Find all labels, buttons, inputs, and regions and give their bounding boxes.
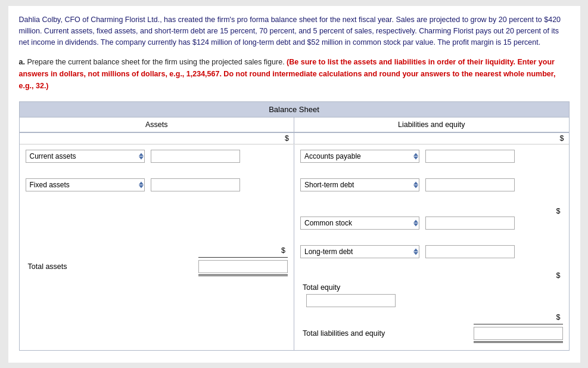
total-equity-input[interactable]	[306, 294, 396, 307]
total-assets-input[interactable]	[198, 260, 288, 273]
total-equity-label: Total equity	[300, 283, 563, 292]
question-label: a.	[19, 58, 25, 66]
liabilities-section: Accounts payable Short-term debt	[294, 145, 569, 350]
total-liabilities-double-line	[474, 341, 563, 343]
long-term-debt-input[interactable]	[425, 245, 515, 258]
long-term-debt-row: Long-term debt	[300, 245, 563, 258]
total-liabilities-label: Total liabilities and equity	[300, 329, 468, 338]
fixed-assets-select[interactable]: Fixed assets	[26, 178, 145, 191]
assets-header: Assets	[20, 117, 295, 132]
short-term-debt-select[interactable]: Short-term debt	[300, 178, 419, 191]
fixed-assets-row: Fixed assets	[26, 178, 288, 191]
fixed-assets-input[interactable]	[151, 178, 240, 191]
long-term-debt-select-wrapper[interactable]: Long-term debt	[300, 245, 419, 258]
current-assets-input[interactable]	[151, 150, 240, 163]
balance-sheet-headers: Assets Liabilities and equity	[20, 117, 569, 133]
intro-paragraph: Dahlia Colby, CFO of Charming Florist Lt…	[19, 14, 570, 48]
common-stock-row: Common stock	[300, 217, 563, 230]
balance-sheet: Balance Sheet Assets Liabilities and equ…	[19, 101, 570, 351]
fixed-assets-select-wrapper[interactable]: Fixed assets	[26, 178, 145, 191]
accounts-payable-select-wrapper[interactable]: Accounts payable	[300, 150, 419, 163]
total-assets-dollar: $	[281, 246, 285, 255]
total-liabilities-row: Total liabilities and equity	[300, 324, 563, 343]
short-term-debt-input[interactable]	[425, 178, 515, 191]
short-term-debt-select-wrapper[interactable]: Short-term debt	[300, 178, 419, 191]
short-term-debt-row: Short-term debt	[300, 178, 563, 191]
common-stock-select-wrapper[interactable]: Common stock	[300, 217, 419, 230]
question-text: a. Prepare the current balance sheet for…	[19, 56, 570, 92]
total-assets-label: Total assets	[26, 262, 193, 271]
assets-section: Current assets Fixed assets	[20, 145, 295, 350]
total-assets-single-line	[198, 257, 288, 258]
total-liabilities-dollar: $	[556, 313, 561, 321]
balance-sheet-title: Balance Sheet	[20, 102, 569, 117]
current-assets-row: Current assets	[26, 150, 288, 163]
current-assets-select-wrapper[interactable]: Current assets	[26, 150, 145, 163]
liabilities-dollar-header: $	[294, 133, 569, 144]
current-assets-select[interactable]: Current assets	[26, 150, 145, 163]
accounts-payable-select[interactable]: Accounts payable	[300, 150, 419, 163]
total-equity-dollar: $	[556, 271, 561, 280]
common-stock-select[interactable]: Common stock	[300, 217, 419, 230]
total-assets-row: Total assets	[26, 257, 288, 276]
accounts-payable-input[interactable]	[425, 150, 515, 163]
total-liabilities-single-line	[474, 324, 563, 324]
balance-sheet-body: Current assets Fixed assets	[20, 145, 569, 350]
common-stock-input[interactable]	[425, 217, 515, 230]
total-assets-double-line	[198, 274, 288, 276]
total-equity-section: Total equity	[300, 283, 563, 307]
total-liabilities-input[interactable]	[474, 327, 563, 340]
liabilities-header: Liabilities and equity	[294, 117, 569, 132]
long-term-debt-select[interactable]: Long-term debt	[300, 245, 419, 258]
question-normal: Prepare the current balance sheet for th…	[27, 58, 284, 66]
assets-dollar-header: $	[20, 133, 294, 144]
equity-dollar-sign: $	[556, 207, 561, 215]
accounts-payable-row: Accounts payable	[300, 150, 563, 163]
